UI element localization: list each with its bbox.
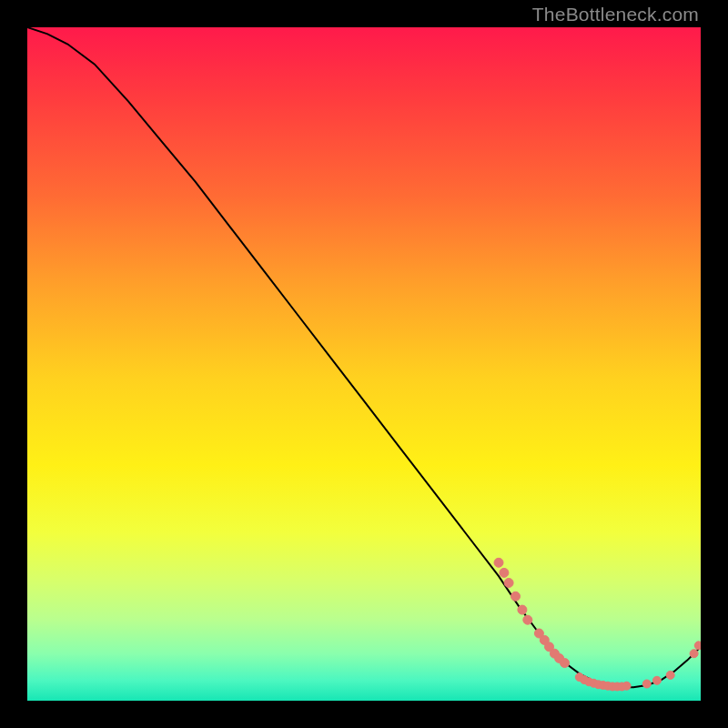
curve-marker — [523, 615, 532, 624]
curve-markers — [494, 558, 701, 691]
curve-marker — [690, 650, 698, 658]
curve-marker — [494, 558, 503, 567]
curve-marker — [504, 579, 513, 588]
chart-stage: TheBottleneck.com — [0, 0, 728, 728]
curve-marker — [622, 682, 631, 690]
curve-marker — [642, 680, 651, 688]
curve-marker — [511, 592, 521, 601]
plot-area — [27, 27, 701, 701]
curve-marker — [652, 676, 661, 684]
curve-marker — [694, 642, 701, 650]
bottleneck-curve — [27, 27, 701, 687]
curve-marker — [666, 671, 674, 679]
chart-overlay-svg — [27, 27, 701, 701]
watermark-text: TheBottleneck.com — [532, 4, 699, 25]
curve-marker — [561, 659, 570, 668]
curve-marker — [518, 605, 527, 614]
curve-marker — [500, 568, 509, 577]
